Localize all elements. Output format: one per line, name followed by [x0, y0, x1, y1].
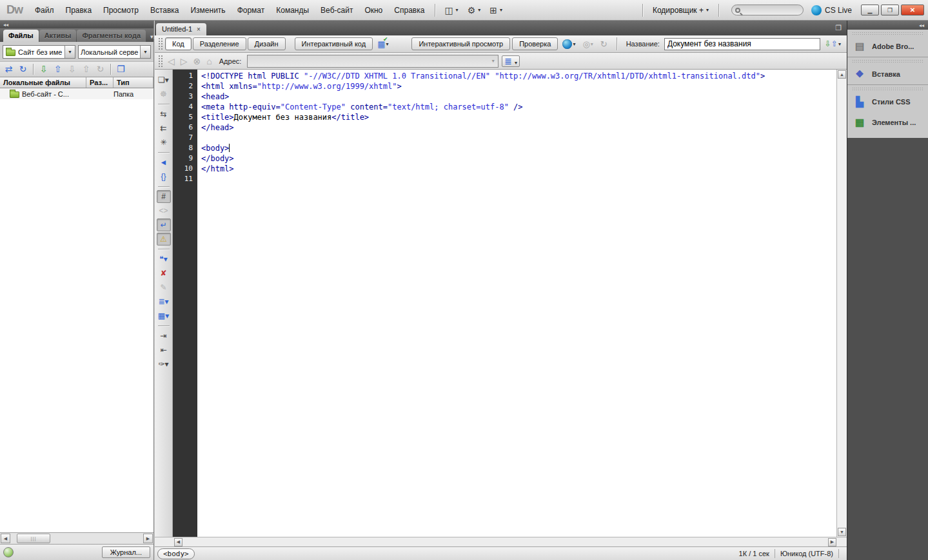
syntax-error-alerts-icon[interactable]: ⚠	[157, 233, 171, 246]
forward-icon[interactable]: ▷	[179, 56, 189, 66]
code-horizontal-scrollbar[interactable]: ◀ ▶	[155, 537, 847, 546]
wrap-tag-icon[interactable]: ✎	[157, 281, 171, 294]
scroll-left-icon[interactable]: ◀	[174, 538, 183, 546]
view-button-2[interactable]: Дизайн	[248, 37, 286, 50]
column-header-1[interactable]: Раз...	[86, 77, 114, 88]
code-line-4[interactable]: <meta http-equiv="Content-Type" content=…	[201, 102, 836, 112]
panel-drag-grip[interactable]	[852, 87, 923, 91]
view-options-icon[interactable]: ≣▾	[502, 55, 520, 67]
restore-document-icon[interactable]: ❐	[835, 24, 842, 32]
format-source-code-icon[interactable]: ✑▾	[157, 358, 171, 371]
apply-comment-icon[interactable]: ❝▾	[157, 253, 171, 266]
view-button-0[interactable]: Код	[165, 37, 192, 50]
menu-item-6[interactable]: Команды	[270, 3, 315, 18]
preview-in-browser-button[interactable]: ▾	[560, 38, 578, 50]
server-view-select[interactable]: Локальный серве ▼	[78, 45, 151, 59]
menu-item-1[interactable]: Правка	[60, 3, 98, 18]
code-navigator-icon[interactable]: ☸	[157, 88, 171, 101]
code-line-10[interactable]: </html>	[201, 164, 836, 174]
scroll-down-icon[interactable]: ▼	[838, 528, 846, 536]
scrollbar-thumb[interactable]: |||	[17, 534, 50, 543]
files-panel-tab-2[interactable]: Фрагменты кода	[77, 30, 146, 42]
insert-panel-button[interactable]: ❖Вставка	[847, 64, 928, 84]
code-line-11[interactable]	[201, 174, 836, 184]
address-input[interactable]	[248, 56, 488, 66]
view-button-1[interactable]: Разделение	[193, 37, 246, 50]
check-browser-compat-button[interactable]: ▦ ▾	[375, 38, 391, 50]
restore-button[interactable]: ❐	[881, 5, 899, 15]
check-in-files-icon[interactable]: ⇧	[79, 63, 93, 76]
site-select[interactable]: Сайт без име ▼	[3, 45, 75, 59]
menu-item-9[interactable]: Справка	[388, 3, 430, 18]
stop-icon[interactable]: ⊗	[192, 56, 202, 66]
outdent-code-icon[interactable]: ⇤	[157, 343, 171, 356]
code-line-3[interactable]: <head>	[201, 92, 836, 102]
document-tab[interactable]: Untitled-1 ×	[156, 23, 206, 35]
code-line-2[interactable]: <html xmlns="http://www.w3.org/1999/xhtm…	[201, 81, 836, 92]
code-line-6[interactable]: </head>	[201, 122, 836, 133]
move-css-rules-icon[interactable]: ▦▾	[157, 309, 171, 322]
remove-comment-icon[interactable]: ✘	[157, 267, 171, 280]
scroll-right-icon[interactable]: ▶	[143, 534, 153, 543]
scroll-left-icon[interactable]: ◀	[1, 534, 10, 543]
recent-snippets-icon[interactable]: ≣▾	[157, 295, 171, 308]
panel-drag-grip[interactable]	[852, 59, 923, 63]
vertical-scrollbar[interactable]: ▲ ▼	[836, 70, 847, 537]
code-line-5[interactable]: <title>Документ без названия</title>	[201, 112, 836, 122]
synchronize-icon[interactable]: ↻	[94, 63, 107, 76]
refresh-icon[interactable]: ↻	[16, 63, 30, 76]
code-line-7[interactable]	[201, 133, 836, 143]
site-setup-button[interactable]: ⊞ ▾	[485, 4, 507, 17]
toolbar-grip[interactable]	[158, 55, 163, 68]
word-wrap-icon[interactable]: ↵	[157, 218, 171, 231]
home-icon[interactable]: ⌂	[205, 56, 213, 66]
close-tab-icon[interactable]: ×	[197, 26, 201, 33]
code-line-8[interactable]: <body>	[201, 143, 836, 153]
adobe-browserlab-panel-button[interactable]: ▤Adobe Bro...	[847, 36, 928, 57]
scroll-right-icon[interactable]: ▶	[828, 538, 836, 546]
connect-to-server-icon[interactable]: ⇄	[2, 63, 15, 76]
highlight-invalid-code-icon[interactable]: <>	[157, 204, 171, 217]
file-row-0[interactable]: Веб-сайт - С...Папка	[0, 88, 153, 99]
code-line-9[interactable]: </body>	[201, 153, 836, 164]
code-editor[interactable]: <!DOCTYPE html PUBLIC "-//W3C//DTD XHTML…	[197, 70, 836, 537]
ap-elements-panel-button[interactable]: ▦Элементы ...	[847, 112, 928, 133]
refresh-design-button[interactable]: ↻	[598, 38, 610, 50]
menu-item-4[interactable]: Изменить	[184, 3, 231, 18]
workspace-switcher[interactable]: Кодировщик + ▾	[647, 4, 714, 17]
balance-braces-icon[interactable]: {}	[157, 170, 171, 183]
column-header-2[interactable]: Тип	[114, 77, 153, 88]
extend-button[interactable]: ⚙ ▾	[463, 4, 486, 17]
open-documents-icon[interactable]: ❏▾	[157, 73, 171, 86]
menu-item-2[interactable]: Просмотр	[97, 3, 144, 18]
check-out-files-icon[interactable]: ⇩	[65, 63, 79, 76]
code-line-1[interactable]: <!DOCTYPE html PUBLIC "-//W3C//DTD XHTML…	[201, 71, 836, 81]
cs-live[interactable]: CS Live	[811, 5, 852, 15]
column-header-0[interactable]: Локальные файлы	[0, 77, 86, 88]
panel-drag-grip[interactable]	[852, 32, 923, 35]
menu-item-8[interactable]: Окно	[359, 3, 388, 18]
menu-item-3[interactable]: Вставка	[144, 3, 185, 18]
live-view-button[interactable]: Интерактивный просмотр	[411, 37, 510, 50]
put-files-icon[interactable]: ⇧	[51, 63, 64, 76]
close-button[interactable]: ✕	[901, 5, 924, 15]
select-parent-tag-icon[interactable]: ◄	[157, 156, 171, 169]
menu-item-0[interactable]: Файл	[29, 3, 60, 18]
layout-switcher-button[interactable]: ◫ ▾	[440, 4, 462, 17]
chevron-down-icon[interactable]: ▼	[488, 55, 498, 67]
line-numbers-icon[interactable]: #	[157, 190, 171, 203]
collapse-full-tag-icon[interactable]: ⇆	[157, 108, 171, 121]
toolbar-grip[interactable]	[158, 37, 163, 50]
files-list[interactable]: Веб-сайт - С...Папка	[0, 88, 153, 532]
collapse-selection-icon[interactable]: ⇇	[157, 122, 171, 135]
visual-aids-button[interactable]: ◎ ▾	[580, 38, 595, 50]
inspect-button[interactable]: Проверка	[512, 37, 558, 50]
search-box[interactable]	[731, 5, 804, 15]
dock-collapse-bar[interactable]: ◂◂	[847, 21, 928, 30]
expand-all-icon[interactable]: ✳	[157, 136, 171, 149]
minimize-button[interactable]: ▁	[861, 5, 879, 15]
document-title-input[interactable]	[664, 38, 820, 50]
back-icon[interactable]: ◁	[166, 56, 176, 66]
files-horizontal-scrollbar[interactable]: ◀ ||| ▶	[0, 532, 153, 544]
expand-panel-icon[interactable]: ❐	[114, 63, 128, 76]
